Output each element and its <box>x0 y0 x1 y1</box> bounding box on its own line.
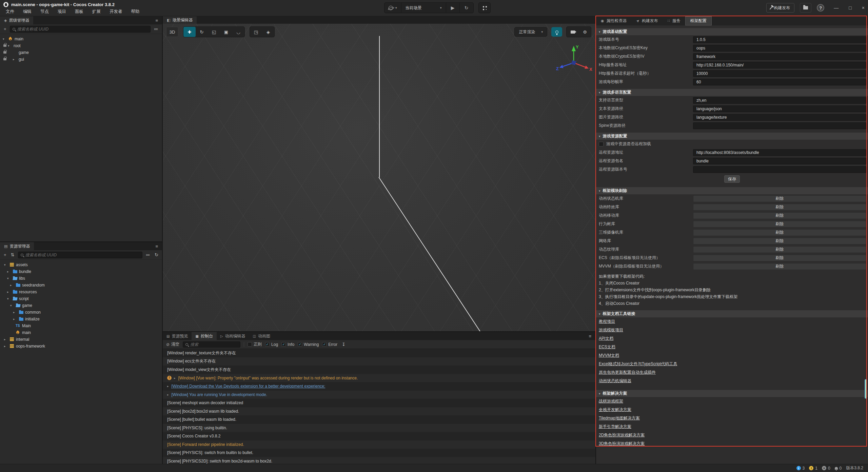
sort-assets-icon[interactable]: ⇅ <box>10 252 16 257</box>
open-project-folder-button[interactable] <box>800 3 811 13</box>
tree-node[interactable]: resources <box>0 289 162 295</box>
regex-toggle[interactable]: ✓正则 <box>248 341 262 347</box>
expand-chevron-icon[interactable]: ▸ <box>167 385 169 388</box>
coordinate-toggle-button[interactable]: ◈ <box>262 27 274 37</box>
menu-item[interactable]: 项目 <box>54 8 70 15</box>
trim-module-button[interactable]: 剔除 <box>693 195 866 202</box>
refresh-icon[interactable]: ↻ <box>154 252 159 257</box>
doc-link[interactable]: 游戏模板项目 <box>599 327 623 333</box>
panel-menu-icon[interactable]: ≡ <box>585 332 595 340</box>
tree-node[interactable]: script <box>0 295 162 302</box>
chevron-icon[interactable] <box>4 338 9 341</box>
maximize-button[interactable]: □ <box>849 5 851 11</box>
remote-load-checkbox-row[interactable]: 游戏中资源是否远程加载 <box>596 140 868 148</box>
chevron-icon[interactable] <box>13 311 18 314</box>
tree-node[interactable]: assets <box>0 261 162 268</box>
tree-node[interactable]: game <box>0 302 162 309</box>
toggle-3d-button[interactable]: 3D <box>166 27 178 37</box>
text-input[interactable] <box>693 166 866 173</box>
tree-node[interactable]: common <box>0 309 162 316</box>
menu-item[interactable]: 帮助 <box>127 8 143 15</box>
filter-info[interactable]: ✓Info <box>281 342 294 347</box>
text-input[interactable]: framework <box>693 53 866 60</box>
section-solutions[interactable]: ▾框架解决方案 <box>596 390 868 397</box>
tab-build[interactable]: ➤构建发布 <box>632 16 663 25</box>
tab-hierarchy[interactable]: ◈层级管理器 <box>0 16 33 24</box>
tree-node[interactable]: bundle <box>0 268 162 275</box>
text-input[interactable]: 60 <box>693 79 866 85</box>
log-row[interactable]: ! ▸ [Window] [Vue warn]: Property "onInp… <box>163 374 595 382</box>
console-search-input[interactable] <box>190 342 243 347</box>
trim-module-button[interactable]: 剔除 <box>693 238 866 244</box>
doc-link[interactable]: MVVM文档 <box>599 353 619 358</box>
notification-count[interactable]: 0 <box>835 466 842 471</box>
trim-module-button[interactable]: 剔除 <box>693 246 866 253</box>
section-game-basic[interactable]: ▾游戏基础配置 <box>596 28 868 35</box>
tab-animation-editor[interactable]: ▷动画编辑器 <box>217 332 249 340</box>
build-publish-button[interactable]: 构建发布 <box>766 3 794 13</box>
chevron-icon[interactable] <box>4 345 9 348</box>
tab-console[interactable]: ▦控制台 <box>192 332 216 340</box>
tree-node[interactable]: oops-framework <box>0 343 162 350</box>
tree-node[interactable]: game <box>0 49 162 56</box>
chevron-icon[interactable] <box>4 263 9 267</box>
hierarchy-search-input[interactable] <box>17 27 148 32</box>
tree-node[interactable]: Main <box>0 322 162 329</box>
minimize-button[interactable]: — <box>834 5 839 11</box>
log-row[interactable]: ! ▸ [Scene] [bullet]:bullet wasm lib loa… <box>163 415 595 424</box>
create-asset-button[interactable]: + <box>3 252 7 257</box>
chevron-icon[interactable] <box>13 317 18 321</box>
menu-item[interactable]: 扩展 <box>88 8 104 15</box>
clear-console-button[interactable]: ⊘清空 <box>166 341 179 347</box>
assets-search[interactable] <box>18 252 143 258</box>
expand-chevron-icon[interactable]: ▸ <box>167 393 169 396</box>
tree-node[interactable]: main <box>0 329 162 336</box>
panel-menu-icon[interactable]: ≡ <box>151 16 162 24</box>
text-input[interactable]: bundle <box>693 158 866 164</box>
console-search[interactable] <box>183 341 240 348</box>
device-preview-button[interactable] <box>478 2 491 13</box>
log-row[interactable]: ! ▸ [Scene] meshopt wasm decoder initial… <box>163 399 595 407</box>
tree-node[interactable]: gui <box>0 56 162 63</box>
save-button[interactable]: 保存 <box>724 175 740 183</box>
tab-framework-config[interactable]: 框架配置 <box>685 16 712 25</box>
log-row[interactable]: ! ▸ [Scene] Cocos Creator v3.8.2 <box>163 432 595 440</box>
filter-icon[interactable]: ≔ <box>145 252 151 257</box>
chevron-icon[interactable] <box>10 283 15 287</box>
play-button[interactable]: ▶ <box>446 3 460 13</box>
error-count[interactable]: ×0 <box>822 466 830 471</box>
tree-node[interactable]: internal <box>0 336 162 343</box>
warning-count[interactable]: !1 <box>809 466 817 471</box>
tree-node[interactable]: main <box>0 36 162 42</box>
tab-services[interactable]: ∷服务 <box>663 16 685 25</box>
preview-target-button[interactable]: ▾ <box>384 3 401 13</box>
trim-module-button[interactable]: 剔除 <box>693 204 866 211</box>
text-input[interactable]: oops <box>693 45 866 52</box>
menu-item[interactable]: 开发者 <box>106 8 126 15</box>
panel-menu-icon[interactable]: ≡ <box>151 242 162 250</box>
text-input[interactable]: language/texture <box>693 114 866 121</box>
section-doc-links[interactable]: ▾框架文档工具链接 <box>596 310 868 317</box>
doc-link[interactable]: 教程项目 <box>599 319 615 324</box>
text-input[interactable] <box>693 122 866 129</box>
log-row[interactable]: ! ▸ [Scene] [PHYSICS]: using builtin. <box>163 424 595 432</box>
doc-link[interactable]: ECS文档 <box>599 344 615 350</box>
expand-chevron-icon[interactable]: ▸ <box>174 376 176 380</box>
text-input[interactable]: 10000 <box>693 70 866 77</box>
solution-link[interactable]: 3D角色扮演游戏解决方案 <box>599 441 645 447</box>
solution-link[interactable]: 战棋游戏框架 <box>599 398 623 404</box>
lighting-toggle-button[interactable] <box>551 27 562 37</box>
tree-node[interactable]: seedrandom <box>0 282 162 289</box>
section-module-trim[interactable]: ▾框架模块剔除 <box>596 187 868 194</box>
hierarchy-search[interactable] <box>10 26 151 33</box>
tab-assets[interactable]: ▤资源管理器 <box>0 242 34 250</box>
filter-warning[interactable]: ✓Warning <box>298 342 319 347</box>
log-row[interactable]: ! ▸ [Window] model_view文件夹不存在 <box>163 366 595 374</box>
scrollbar-thumb[interactable] <box>865 379 867 399</box>
log-row[interactable]: ! ▸ [Window] render_texture文件夹不存在 <box>163 349 595 357</box>
text-input[interactable]: language/json <box>693 105 866 112</box>
doc-link[interactable]: 动画状态机编辑器 <box>599 378 631 384</box>
chevron-icon[interactable] <box>3 37 8 41</box>
trim-module-button[interactable]: 剔除 <box>693 255 866 261</box>
doc-link[interactable]: API文档 <box>599 336 613 341</box>
